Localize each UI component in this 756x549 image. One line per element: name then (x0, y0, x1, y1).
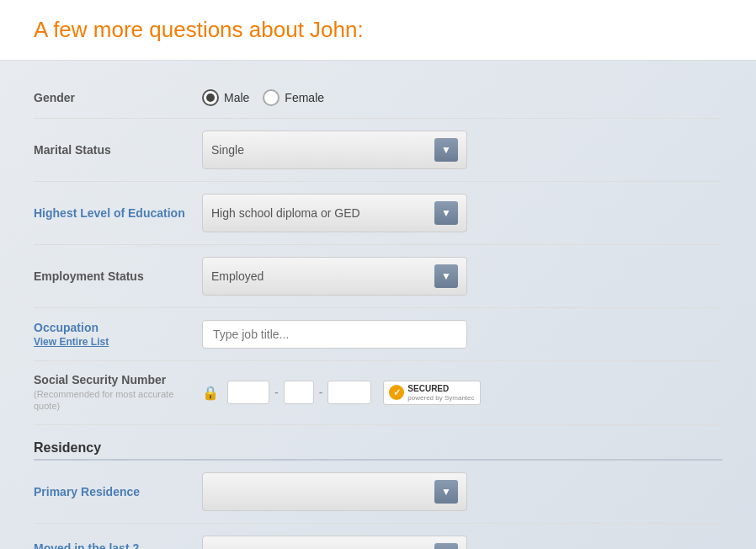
gender-female-label: Female (285, 91, 324, 104)
employment-value: Employed (211, 269, 428, 283)
gender-female-radio[interactable] (263, 89, 280, 106)
form-section: Gender Male Female Marital Status (34, 77, 722, 549)
occupation-label-text: Occupation (34, 321, 185, 334)
marital-status-value: Single (211, 143, 428, 157)
occupation-row: Occupation View Entire List (34, 308, 722, 361)
gender-label: Gender (34, 91, 202, 104)
gender-male-radio[interactable] (202, 89, 219, 106)
primary-residence-row: Primary Residence ▼ (34, 461, 722, 524)
ssn-part3-input[interactable] (327, 381, 371, 404)
employment-label: Employment Status (34, 269, 202, 283)
education-arrow-icon: ▼ (434, 201, 458, 225)
occupation-label-group: Occupation View Entire List (34, 321, 202, 348)
ssn-recommended-text: (Recommended for most accurate quote) (34, 388, 185, 413)
ssn-input-area: 🔒 - - ✓ SECURED powered by Symantec (202, 381, 481, 405)
primary-residence-control: ▼ (202, 472, 722, 511)
employment-dropdown[interactable]: Employed ▼ (202, 257, 467, 296)
moved-recently-dropdown[interactable]: ▼ (202, 536, 467, 549)
ssn-control: 🔒 - - ✓ SECURED powered by Symantec (202, 381, 722, 405)
employment-row: Employment Status Employed ▼ (34, 245, 722, 308)
education-label: Highest Level of Education (34, 206, 202, 220)
moved-recently-row: Moved in the last 2 months? ▼ (34, 524, 722, 549)
ssn-labels: Social Security Number (Recommended for … (34, 373, 185, 413)
gender-male-label: Male (224, 91, 249, 104)
education-value: High school diploma or GED (211, 206, 428, 220)
ssn-label-area: Social Security Number (Recommended for … (34, 373, 202, 413)
ssn-label-text: Social Security Number (34, 373, 185, 386)
gender-female-option[interactable]: Female (263, 89, 324, 106)
lock-icon: 🔒 (202, 385, 219, 401)
education-control: High school diploma or GED ▼ (202, 194, 722, 232)
occupation-control (202, 320, 722, 349)
marital-status-label: Marital Status (34, 143, 202, 157)
occupation-labels: Occupation View Entire List (34, 321, 185, 348)
ssn-part1-input[interactable] (227, 381, 269, 404)
norton-sub-label: powered by Symantec (407, 394, 474, 402)
occupation-input[interactable] (202, 320, 467, 349)
moved-recently-control: ▼ (202, 536, 722, 549)
education-dropdown[interactable]: High school diploma or GED ▼ (202, 194, 467, 232)
ssn-row: Social Security Number (Recommended for … (34, 361, 722, 425)
marital-status-row: Marital Status Single ▼ (34, 119, 722, 182)
ssn-dash-2: - (319, 386, 323, 399)
norton-badge: ✓ SECURED powered by Symantec (383, 381, 480, 405)
marital-status-control: Single ▼ (202, 131, 722, 169)
marital-status-arrow-icon: ▼ (434, 138, 458, 162)
view-entire-list-link[interactable]: View Entire List (34, 336, 185, 348)
employment-control: Employed ▼ (202, 257, 722, 296)
gender-control: Male Female (202, 89, 722, 106)
education-row: Highest Level of Education High school d… (34, 182, 722, 245)
primary-residence-arrow-icon: ▼ (434, 480, 458, 504)
gender-male-option[interactable]: Male (202, 89, 249, 106)
moved-recently-arrow-icon: ▼ (434, 543, 458, 549)
form-content: Gender Male Female Marital Status (0, 61, 756, 549)
gender-row: Gender Male Female (34, 77, 722, 119)
marital-status-dropdown[interactable]: Single ▼ (202, 131, 467, 169)
norton-text-area: SECURED powered by Symantec (407, 384, 474, 402)
norton-label: SECURED (407, 384, 474, 394)
residency-heading: Residency (34, 425, 722, 461)
employment-arrow-icon: ▼ (434, 264, 458, 288)
page-title: A few more questions about John: (34, 17, 722, 43)
gender-radio-group: Male Female (202, 89, 324, 106)
norton-check-icon: ✓ (389, 385, 404, 400)
moved-recently-label: Moved in the last 2 months? (34, 541, 202, 549)
page-header: A few more questions about John: (0, 0, 756, 61)
ssn-part2-input[interactable] (284, 381, 314, 404)
ssn-dash-1: - (274, 386, 279, 399)
primary-residence-dropdown[interactable]: ▼ (202, 472, 467, 511)
primary-residence-label: Primary Residence (34, 485, 202, 498)
